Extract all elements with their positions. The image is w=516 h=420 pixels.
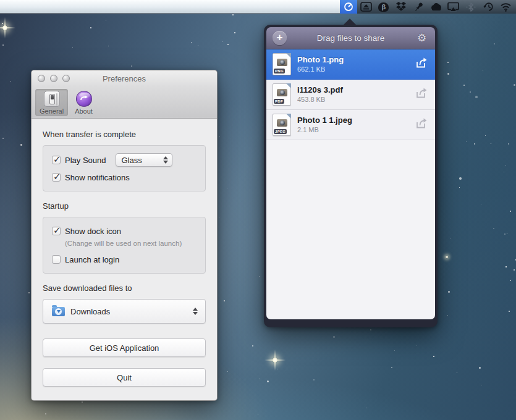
file-row[interactable]: PNG Photo 1.png 662.1 KB	[266, 49, 435, 80]
updown-arrows-icon	[163, 156, 168, 164]
menu-bar-status-area: β	[340, 0, 516, 14]
file-name: Photo 1.png	[297, 55, 414, 65]
updown-arrows-icon	[193, 308, 198, 315]
close-button[interactable]	[38, 75, 45, 82]
show-dock-checkbox[interactable]	[52, 227, 61, 235]
airplay-icon[interactable]	[445, 0, 462, 14]
popover-header: + Drag files to share ⚙	[266, 27, 435, 49]
show-notifications-checkbox[interactable]	[52, 173, 61, 182]
show-notifications-label: Show notifications	[65, 173, 130, 182]
file-meta: i1120s 3.pdf 453.8 KB	[297, 85, 414, 104]
tab-about[interactable]: About	[70, 89, 97, 116]
beta-app-icon[interactable]: β	[375, 0, 392, 14]
beta-glyph: β	[378, 2, 389, 12]
popover-title: Drag files to share	[287, 33, 415, 43]
file-type-badge: JPEG	[274, 129, 287, 134]
get-ios-button[interactable]: Get iOS Application	[43, 338, 206, 357]
window-title: Preferences	[103, 74, 146, 83]
play-sound-checkbox[interactable]	[52, 156, 61, 164]
gear-icon[interactable]: ⚙	[415, 32, 429, 44]
jpeg-file-icon: JPEG	[273, 114, 291, 136]
quit-button[interactable]: Quit	[43, 368, 206, 387]
startup-group-box: Show dock icon (Change will be used on n…	[43, 217, 206, 274]
launch-login-row: Launch at login	[52, 253, 197, 266]
show-dock-row: Show dock icon	[52, 225, 197, 237]
show-dock-label: Show dock icon	[65, 227, 121, 236]
eject-icon[interactable]	[357, 0, 374, 14]
popover-arrow	[343, 19, 357, 25]
download-folder-select[interactable]: Downloads	[43, 299, 206, 324]
file-type-badge: PDF	[274, 99, 284, 104]
launch-login-label: Launch at login	[65, 255, 119, 264]
file-name: i1120s 3.pdf	[297, 85, 414, 95]
tab-general-label: General	[40, 107, 64, 115]
downloads-folder-icon	[52, 307, 65, 316]
sound-select[interactable]: Glass	[116, 153, 172, 167]
pdf-file-icon: PDF	[273, 83, 291, 106]
share-icon[interactable]	[414, 57, 428, 72]
sound-select-value: Glass	[122, 156, 158, 165]
file-name: Photo 1 1.jpeg	[297, 116, 414, 125]
download-folder-value: Downloads	[70, 307, 188, 316]
pin-icon[interactable]	[410, 0, 427, 14]
cloud-icon[interactable]	[428, 0, 445, 14]
file-meta: Photo 1 1.jpeg 2.1 MB	[297, 116, 414, 134]
window-controls	[38, 75, 70, 82]
launch-login-checkbox[interactable]	[52, 255, 61, 264]
menu-bar: β	[0, 0, 516, 14]
title-bar[interactable]: Preferences	[32, 70, 217, 87]
save-section-heading: Save downloaded files to	[43, 284, 206, 293]
file-type-badge: PNG	[274, 69, 285, 74]
share-icon[interactable]	[414, 117, 428, 132]
play-sound-label: Play Sound	[65, 156, 106, 165]
file-list: PNG Photo 1.png 662.1 KB PDF i1120s 3.pd…	[266, 49, 435, 319]
preferences-toolbar: General About	[32, 87, 217, 119]
share-popover: + Drag files to share ⚙ PNG Photo 1.png …	[264, 25, 438, 327]
general-switch-icon	[44, 91, 60, 107]
dropbox-icon[interactable]	[392, 0, 410, 14]
share-app-menubar-icon[interactable]	[340, 0, 357, 14]
file-size: 2.1 MB	[297, 125, 414, 134]
file-meta: Photo 1.png 662.1 KB	[297, 55, 414, 74]
about-icon	[76, 91, 92, 107]
wifi-icon[interactable]	[497, 0, 515, 14]
time-machine-icon[interactable]	[480, 0, 497, 14]
file-size: 662.1 KB	[297, 65, 414, 74]
preferences-window: Preferences General About When transfer …	[31, 70, 218, 401]
zoom-button[interactable]	[62, 75, 70, 82]
png-file-icon: PNG	[273, 53, 291, 75]
bluetooth-icon[interactable]	[462, 0, 480, 14]
preferences-content: When transfer is complete Play Sound Gla…	[32, 119, 217, 387]
file-row[interactable]: PDF i1120s 3.pdf 453.8 KB	[266, 80, 435, 110]
startup-section-heading: Startup	[43, 201, 206, 211]
transfer-group-box: Play Sound Glass Show notifications	[43, 145, 206, 191]
show-notifications-row: Show notifications	[52, 171, 197, 183]
show-dock-note: (Change will be used on next launch)	[65, 240, 197, 247]
minimize-button[interactable]	[50, 75, 57, 82]
play-sound-row: Play Sound Glass	[52, 153, 197, 167]
transfer-section-heading: When transfer is complete	[43, 130, 206, 139]
tab-general[interactable]: General	[35, 89, 68, 116]
add-file-button[interactable]: +	[273, 31, 287, 45]
tab-about-label: About	[75, 107, 93, 115]
file-row[interactable]: JPEG Photo 1 1.jpeg 2.1 MB	[266, 110, 435, 140]
file-size: 453.8 KB	[297, 95, 414, 104]
share-icon[interactable]	[414, 87, 428, 102]
